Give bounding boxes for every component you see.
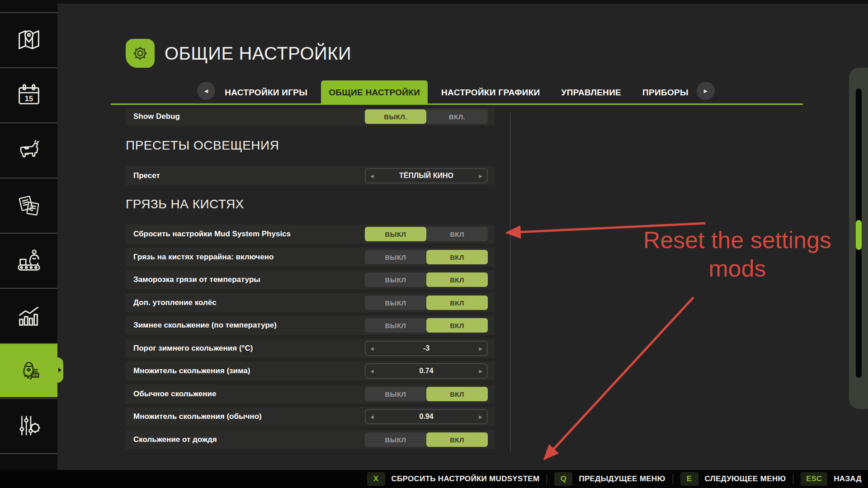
sidebar-item-contracts[interactable] xyxy=(0,178,57,232)
toggle-on-option[interactable]: ВКЛ xyxy=(426,227,488,241)
decrease-arrow-icon[interactable]: ◀ xyxy=(370,414,374,419)
sidebar-item-animals[interactable] xyxy=(0,122,57,177)
selector-value: -3 xyxy=(374,344,479,352)
setting-row: Show DebugВЫКЛ.ВКЛ. xyxy=(126,108,495,126)
sidebar-item-statistics[interactable] xyxy=(0,288,57,342)
toggle-on-option[interactable]: ВКЛ xyxy=(426,272,488,287)
sidebar-item-prices[interactable]: 12345 L xyxy=(0,343,57,397)
toggle-off-option[interactable]: ВЫКЛ xyxy=(365,227,426,241)
setting-row: Скольжение от дождяВЫКЛВКЛ xyxy=(126,430,495,449)
value-selector[interactable]: ◀ТЁПЛЫЙ КИНО▶ xyxy=(365,168,488,183)
toggle-switch: ВЫКЛВКЛ xyxy=(365,272,488,287)
increase-arrow-icon[interactable]: ▶ xyxy=(479,346,482,351)
toggle-on-option[interactable]: ВКЛ xyxy=(426,250,488,264)
toggle-on-option[interactable]: ВКЛ. xyxy=(426,109,488,124)
hotkey-bar: XСБРОСИТЬ НАСТРОЙКИ MUDSYSTEMQПРЕДЫДУЩЕЕ… xyxy=(0,470,868,488)
decrease-arrow-icon[interactable]: ◀ xyxy=(370,369,374,374)
selector-value: 0.74 xyxy=(374,367,479,375)
value-selector[interactable]: ◀0.74▶ xyxy=(365,363,488,379)
section-title: ГРЯЗЬ НА КИСТЯХ xyxy=(126,197,244,211)
setting-label: Заморозка грязи от температуры xyxy=(133,275,260,284)
setting-label: Множитель скольжения (зима) xyxy=(133,366,250,375)
annotation-arrow-2 xyxy=(545,297,693,459)
settings-list: Show DebugВЫКЛ.ВКЛ.ПРЕСЕТЫ ОСВЕЩЕНИЯПрес… xyxy=(126,0,495,488)
toggle-off-option[interactable]: ВЫКЛ xyxy=(365,318,426,333)
toggle-switch: ВЫКЛВКЛ xyxy=(365,387,488,401)
toggle-off-option[interactable]: ВЫКЛ. xyxy=(365,109,426,124)
toggle-on-option[interactable]: ВКЛ xyxy=(426,432,488,447)
hotkey-action-x[interactable]: XСБРОСИТЬ НАСТРОЙКИ MUDSYSTEM xyxy=(367,472,540,486)
svg-text:15: 15 xyxy=(24,94,33,103)
toggle-on-option[interactable]: ВКЛ xyxy=(426,318,488,333)
sidebar-item-map[interactable] xyxy=(0,12,57,66)
decrease-arrow-icon[interactable]: ◀ xyxy=(370,174,374,178)
sidebar-item-calendar[interactable]: 15 xyxy=(0,67,57,122)
annotation-line-1: Reset the settings xyxy=(611,226,864,254)
selector-value: 0.94 xyxy=(374,413,479,421)
toggle-switch: ВЫКЛВКЛ xyxy=(365,432,488,447)
toggle-switch: ВЫКЛВКЛ xyxy=(365,318,488,333)
increase-arrow-icon[interactable]: ▶ xyxy=(479,369,482,374)
setting-label: Множитель скольжения (обычно) xyxy=(133,412,262,421)
setting-label: Обычное скольжение xyxy=(133,389,216,399)
toggle-off-option[interactable]: ВЫКЛ xyxy=(365,432,426,447)
map-icon xyxy=(15,26,43,54)
tabs-next-arrow-icon[interactable]: ▶ xyxy=(697,82,715,100)
setting-row: Доп. утопление колёсВЫКЛВКЛ xyxy=(126,293,495,312)
value-selector[interactable]: ◀-3▶ xyxy=(365,341,488,356)
setting-row: Обычное скольжениеВЫКЛВКЛ xyxy=(126,385,495,404)
sidebar-divider xyxy=(0,453,57,454)
toggle-switch: ВЫКЛВКЛ xyxy=(365,250,488,264)
contracts-icon xyxy=(15,191,43,219)
tab-3[interactable]: УПРАВЛЕНИЕ xyxy=(554,80,629,105)
keybox-q: Q xyxy=(554,472,572,486)
selector-value: ТЁПЛЫЙ КИНО xyxy=(374,172,479,180)
toggle-on-option[interactable]: ВКЛ xyxy=(426,296,488,310)
hotkey-divider xyxy=(547,474,547,484)
sidebar-active-notch xyxy=(57,357,63,383)
setting-row: Множитель скольжения (зима)◀0.74▶ xyxy=(126,361,495,380)
annotation-line-2: mods xyxy=(611,254,864,283)
decrease-arrow-icon[interactable]: ◀ xyxy=(370,346,374,351)
setting-row: Заморозка грязи от температурыВЫКЛВКЛ xyxy=(126,270,495,289)
setting-label: Доп. утопление колёс xyxy=(133,298,217,307)
hotkey-action-q[interactable]: QПРЕДЫДУЩЕЕ МЕНЮ xyxy=(554,472,665,486)
increase-arrow-icon[interactable]: ▶ xyxy=(479,414,482,419)
setting-row: Сбросить настройки Mud System PhysicsВЫК… xyxy=(126,225,495,244)
setting-label: Скольжение от дождя xyxy=(133,435,217,444)
section-title: ПРЕСЕТЫ ОСВЕЩЕНИЯ xyxy=(126,138,279,153)
value-selector[interactable]: ◀0.94▶ xyxy=(365,409,488,424)
annotation-text: Reset the settings mods xyxy=(611,226,864,283)
hotkey-label: ПРЕДЫДУЩЕЕ МЕНЮ xyxy=(579,474,665,483)
toggle-on-option[interactable]: ВКЛ xyxy=(426,387,488,401)
sidebar-item-settings[interactable] xyxy=(0,398,57,452)
toggle-off-option[interactable]: ВЫКЛ xyxy=(365,296,426,310)
sidebar-item-production[interactable] xyxy=(0,233,57,287)
calendar-icon: 15 xyxy=(15,81,43,109)
setting-label: Сбросить настройки Mud System Physics xyxy=(133,230,291,239)
keybox-e: E xyxy=(680,472,698,486)
toggle-off-option[interactable]: ВЫКЛ xyxy=(365,387,426,401)
svg-text:12345 L: 12345 L xyxy=(31,374,39,377)
setting-label: Show Debug xyxy=(133,112,180,121)
hotkey-action-e[interactable]: EСЛЕДУЮЩЕЕ МЕНЮ xyxy=(680,472,786,486)
hotkey-action-esc[interactable]: ESCНАЗАД xyxy=(801,472,862,486)
setting-row: Множитель скольжения (обычно)◀0.94▶ xyxy=(126,407,495,426)
statistics-icon xyxy=(15,301,43,329)
settings-icon xyxy=(15,412,43,440)
toggle-switch: ВЫКЛВКЛ xyxy=(365,296,488,310)
toggle-off-option[interactable]: ВЫКЛ xyxy=(365,250,426,264)
setting-label: Пресет xyxy=(133,171,160,180)
hotkey-label: СЛЕДУЮЩЕЕ МЕНЮ xyxy=(705,474,786,483)
tab-4[interactable]: ПРИБОРЫ xyxy=(635,80,696,105)
setting-row: Грязь на кистях террайна: включеноВЫКЛВК… xyxy=(126,248,495,267)
general-settings-screen: 1512345 L ОБЩИЕ НАСТРОЙКИ ◀ НАСТРОЙКИ ИГ… xyxy=(0,0,868,488)
toggle-switch: ВЫКЛ.ВКЛ. xyxy=(365,109,488,124)
setting-row: Пресет◀ТЁПЛЫЙ КИНО▶ xyxy=(126,166,495,185)
setting-label: Грязь на кистях террайна: включено xyxy=(133,253,274,262)
production-icon xyxy=(15,246,43,274)
hotkey-divider xyxy=(793,474,793,484)
toggle-off-option[interactable]: ВЫКЛ xyxy=(365,272,426,287)
increase-arrow-icon[interactable]: ▶ xyxy=(479,174,482,178)
keybox-esc: ESC xyxy=(801,472,827,486)
